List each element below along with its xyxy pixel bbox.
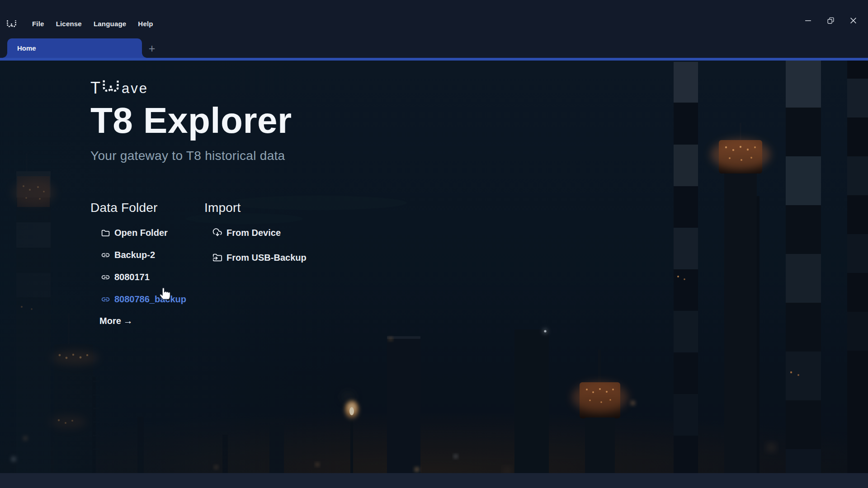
tab-home-label: Home bbox=[17, 38, 36, 58]
recent-folder-item-backup2[interactable]: Backup-2 bbox=[100, 249, 155, 260]
more-link[interactable]: More → bbox=[99, 315, 133, 326]
new-tab-button[interactable]: + bbox=[145, 41, 159, 56]
minimize-icon bbox=[805, 17, 811, 24]
page-subtitle: Your gateway to T8 historical data bbox=[90, 149, 292, 163]
data-folder-section: Data Folder Open Folder B bbox=[90, 201, 204, 326]
twave-wordmark: T ave bbox=[90, 80, 292, 95]
hero: T ave T8 Explorer Your gateway to T8 his… bbox=[90, 80, 292, 163]
folder-input-icon bbox=[212, 253, 222, 263]
cloud-download-icon bbox=[212, 228, 222, 238]
restore-button[interactable] bbox=[819, 13, 842, 28]
recent-folder-item-8080786-backup[interactable]: 8080786_backup bbox=[100, 294, 186, 305]
open-folder-item[interactable]: Open Folder bbox=[100, 227, 168, 238]
close-icon bbox=[850, 17, 857, 24]
tab-home[interactable]: Home bbox=[7, 38, 142, 58]
menu-item-help[interactable]: Help bbox=[132, 17, 159, 30]
main-content: T ave T8 Explorer Your gateway to T8 his… bbox=[0, 61, 868, 473]
brand-letters-ave: ave bbox=[122, 82, 148, 95]
twave-logo-icon bbox=[6, 20, 17, 28]
import-section: Import From Device bbox=[204, 201, 307, 326]
import-from-device-label: From Device bbox=[226, 228, 281, 238]
recent-folder-label: 8080171 bbox=[114, 272, 150, 282]
link-icon bbox=[100, 295, 110, 304]
app-window: File License Language Help Home bbox=[0, 0, 868, 488]
tab-strip: Home + bbox=[0, 38, 868, 61]
menu-item-license[interactable]: License bbox=[50, 17, 88, 30]
menu-item-language[interactable]: Language bbox=[88, 17, 132, 30]
link-icon bbox=[100, 250, 110, 260]
window-controls bbox=[797, 13, 864, 28]
twave-w-glyph-icon bbox=[102, 80, 120, 94]
import-from-usb-backup-label: From USB-Backup bbox=[226, 253, 307, 263]
recent-folder-label: 8080786_backup bbox=[114, 294, 186, 305]
import-from-device-item[interactable]: From Device bbox=[212, 227, 281, 238]
menu-bar: File License Language Help bbox=[6, 17, 159, 30]
import-heading: Import bbox=[204, 201, 307, 215]
import-from-usb-backup-item[interactable]: From USB-Backup bbox=[212, 252, 307, 263]
titlebar: File License Language Help bbox=[0, 0, 868, 38]
home-sections: Data Folder Open Folder B bbox=[90, 201, 307, 326]
recent-folder-item-8080171[interactable]: 8080171 bbox=[100, 272, 150, 282]
minimize-button[interactable] bbox=[797, 13, 819, 28]
data-folder-heading: Data Folder bbox=[90, 201, 204, 215]
plus-icon: + bbox=[149, 43, 156, 54]
more-label: More bbox=[99, 316, 121, 326]
status-bar bbox=[0, 473, 868, 488]
open-folder-label: Open Folder bbox=[114, 228, 168, 238]
menu-item-file[interactable]: File bbox=[26, 17, 50, 30]
page-title: T8 Explorer bbox=[90, 103, 292, 139]
restore-icon bbox=[827, 17, 834, 24]
close-button[interactable] bbox=[842, 13, 864, 28]
folder-icon bbox=[100, 228, 110, 238]
recent-folder-label: Backup-2 bbox=[114, 250, 155, 260]
brand-letter-t: T bbox=[90, 81, 101, 95]
link-icon bbox=[100, 272, 110, 282]
arrow-right-icon: → bbox=[123, 315, 133, 326]
